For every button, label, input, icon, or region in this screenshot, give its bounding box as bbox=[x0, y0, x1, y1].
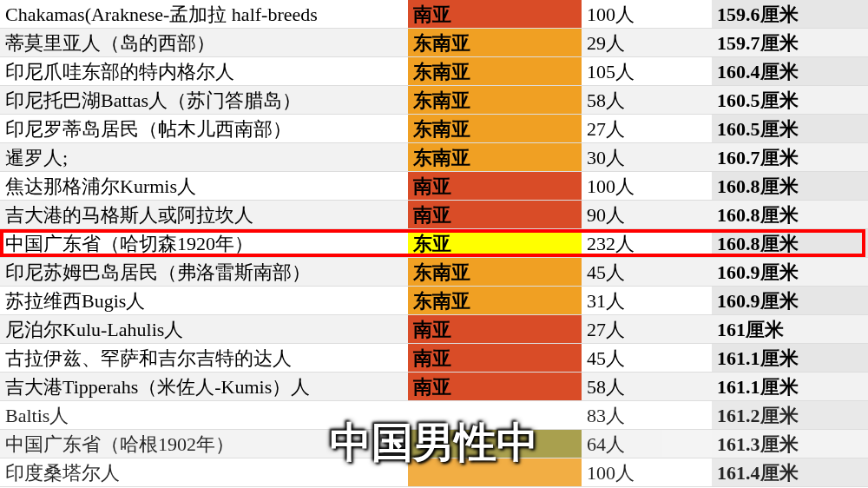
population-name: 苏拉维西Bugis人 bbox=[0, 287, 408, 314]
region-cell: 南亚 bbox=[408, 344, 582, 372]
region-cell bbox=[408, 430, 582, 458]
region-cell bbox=[408, 401, 582, 429]
population-name: 中国广东省（哈切森1920年） bbox=[0, 229, 408, 257]
population-name: 印尼罗蒂岛居民（帖木儿西南部） bbox=[0, 115, 408, 142]
height-value: 161.2厘米 bbox=[712, 401, 868, 429]
table-row: 吉大港Tipperahs（米佐人-Kumis）人南亚58人161.1厘米 bbox=[0, 373, 868, 401]
region-cell: 南亚 bbox=[408, 172, 582, 200]
table-row: 中国广东省（哈根1902年）64人161.3厘米 bbox=[0, 430, 868, 458]
region-cell: 东南亚 bbox=[408, 287, 582, 314]
sample-count: 30人 bbox=[582, 143, 712, 171]
population-name: 蒂莫里亚人（岛的西部） bbox=[0, 29, 408, 56]
region-cell: 东南亚 bbox=[408, 258, 582, 286]
population-name: 暹罗人; bbox=[0, 143, 408, 171]
region-cell: 南亚 bbox=[408, 201, 582, 228]
population-name: 印尼苏姆巴岛居民（弗洛雷斯南部） bbox=[0, 258, 408, 286]
sample-count: 105人 bbox=[582, 57, 712, 85]
sample-count: 90人 bbox=[582, 201, 712, 228]
height-value: 161厘米 bbox=[712, 315, 868, 343]
region-cell: 东南亚 bbox=[408, 86, 582, 114]
table-row: 印度桑塔尔人100人161.4厘米 bbox=[0, 458, 868, 487]
sample-count: 64人 bbox=[582, 430, 712, 458]
region-cell: 东南亚 bbox=[408, 29, 582, 56]
region-cell bbox=[408, 458, 582, 486]
region-cell: 东亚 bbox=[408, 229, 582, 257]
sample-count: 31人 bbox=[582, 287, 712, 314]
height-value: 160.4厘米 bbox=[712, 57, 868, 85]
sample-count: 58人 bbox=[582, 373, 712, 400]
region-cell: 东南亚 bbox=[408, 57, 582, 85]
population-name: 印尼托巴湖Battas人（苏门答腊岛） bbox=[0, 86, 408, 114]
table-row: 尼泊尔Kulu-Lahulis人南亚27人161厘米 bbox=[0, 315, 868, 344]
height-value: 159.7厘米 bbox=[712, 29, 868, 56]
sample-count: 27人 bbox=[582, 115, 712, 142]
sample-count: 45人 bbox=[582, 344, 712, 372]
population-name: Baltis人 bbox=[0, 401, 408, 429]
table-row: 中国广东省（哈切森1920年）东亚232人160.8厘米 bbox=[0, 229, 868, 258]
height-value: 160.5厘米 bbox=[712, 86, 868, 114]
region-cell: 东南亚 bbox=[408, 115, 582, 142]
population-name: 古拉伊兹、罕萨和吉尔吉特的达人 bbox=[0, 344, 408, 372]
table-row: 蒂莫里亚人（岛的西部）东南亚29人159.7厘米 bbox=[0, 29, 868, 57]
sample-count: 232人 bbox=[582, 229, 712, 257]
height-value: 160.7厘米 bbox=[712, 143, 868, 171]
height-value: 160.8厘米 bbox=[712, 172, 868, 200]
table-row: 印尼苏姆巴岛居民（弗洛雷斯南部）东南亚45人160.9厘米 bbox=[0, 258, 868, 287]
height-value: 160.8厘米 bbox=[712, 229, 868, 257]
sample-count: 29人 bbox=[582, 29, 712, 56]
height-value: 161.1厘米 bbox=[712, 373, 868, 400]
table-row: Baltis人83人161.2厘米 bbox=[0, 401, 868, 430]
height-value: 159.6厘米 bbox=[712, 0, 868, 28]
sample-count: 100人 bbox=[582, 458, 712, 486]
sample-count: 58人 bbox=[582, 86, 712, 114]
population-name: Chakamas(Araknese-孟加拉 half-breeds bbox=[0, 0, 408, 28]
population-name: 印度桑塔尔人 bbox=[0, 458, 408, 486]
population-name: 印尼爪哇东部的特内格尔人 bbox=[0, 57, 408, 85]
table-row: 苏拉维西Bugis人东南亚31人160.9厘米 bbox=[0, 287, 868, 315]
sample-count: 83人 bbox=[582, 401, 712, 429]
height-value: 160.9厘米 bbox=[712, 287, 868, 314]
sample-count: 45人 bbox=[582, 258, 712, 286]
height-value: 161.4厘米 bbox=[712, 458, 868, 486]
population-name: 中国广东省（哈根1902年） bbox=[0, 430, 408, 458]
table-row: 印尼罗蒂岛居民（帖木儿西南部）东南亚27人160.5厘米 bbox=[0, 115, 868, 143]
height-value: 161.1厘米 bbox=[712, 344, 868, 372]
table-row: 焦达那格浦尔Kurmis人南亚100人160.8厘米 bbox=[0, 172, 868, 201]
region-cell: 南亚 bbox=[408, 0, 582, 28]
population-name: 尼泊尔Kulu-Lahulis人 bbox=[0, 315, 408, 343]
region-cell: 南亚 bbox=[408, 373, 582, 400]
region-cell: 东南亚 bbox=[408, 143, 582, 171]
height-value: 160.9厘米 bbox=[712, 258, 868, 286]
region-cell: 南亚 bbox=[408, 315, 582, 343]
height-value: 160.8厘米 bbox=[712, 201, 868, 228]
table-row: 吉大港的马格斯人或阿拉坎人南亚90人160.8厘米 bbox=[0, 201, 868, 229]
table-row: 古拉伊兹、罕萨和吉尔吉特的达人南亚45人161.1厘米 bbox=[0, 344, 868, 373]
sample-count: 100人 bbox=[582, 172, 712, 200]
height-value: 161.3厘米 bbox=[712, 430, 868, 458]
population-name: 吉大港的马格斯人或阿拉坎人 bbox=[0, 201, 408, 228]
height-data-table: Chakamas(Araknese-孟加拉 half-breeds南亚100人1… bbox=[0, 0, 868, 487]
sample-count: 100人 bbox=[582, 0, 712, 28]
table-row: 暹罗人;东南亚30人160.7厘米 bbox=[0, 143, 868, 172]
population-name: 吉大港Tipperahs（米佐人-Kumis）人 bbox=[0, 373, 408, 400]
table-row: Chakamas(Araknese-孟加拉 half-breeds南亚100人1… bbox=[0, 0, 868, 29]
population-name: 焦达那格浦尔Kurmis人 bbox=[0, 172, 408, 200]
height-value: 160.5厘米 bbox=[712, 115, 868, 142]
table-row: 印尼爪哇东部的特内格尔人东南亚105人160.4厘米 bbox=[0, 57, 868, 86]
sample-count: 27人 bbox=[582, 315, 712, 343]
table-row: 印尼托巴湖Battas人（苏门答腊岛）东南亚58人160.5厘米 bbox=[0, 86, 868, 115]
